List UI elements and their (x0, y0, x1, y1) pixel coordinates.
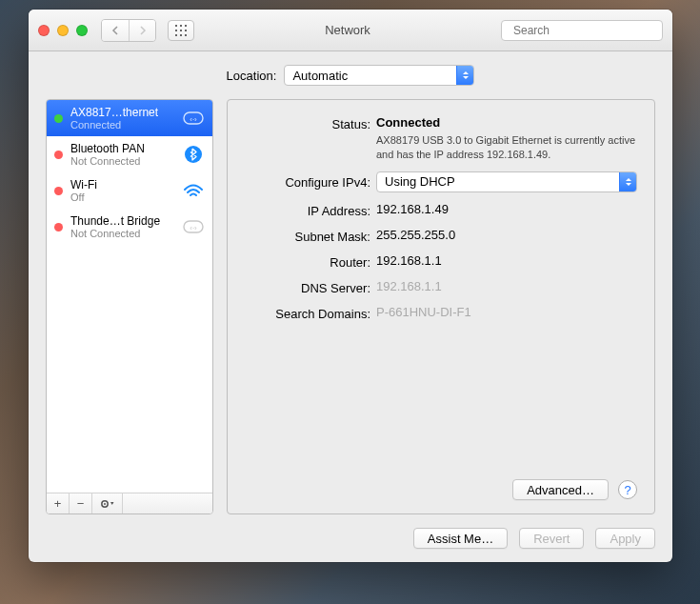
svg-rect-4 (180, 30, 182, 31)
sidebar-footer: + − (47, 493, 212, 513)
service-item-text: Wi-Fi Off (70, 178, 174, 203)
svg-text:‹·›: ‹·› (190, 115, 197, 124)
svg-rect-0 (175, 25, 177, 27)
add-service-button[interactable]: + (47, 493, 70, 513)
zoom-button[interactable] (76, 25, 88, 36)
service-name: Wi-Fi (70, 178, 174, 191)
status-dot-disconnected-icon (54, 187, 63, 195)
minimize-button[interactable] (57, 25, 69, 36)
configure-ipv4-select[interactable]: Using DHCP (376, 171, 637, 192)
svg-rect-1 (180, 25, 182, 27)
service-status: Connected (70, 119, 174, 131)
close-button[interactable] (38, 25, 50, 36)
ip-label: IP Address: (245, 202, 370, 218)
window-title: Network (202, 23, 493, 37)
revert-button[interactable]: Revert (519, 528, 584, 549)
assist-me-button[interactable]: Assist Me… (413, 528, 508, 549)
service-item-ethernet[interactable]: AX8817…thernet Connected ‹·› (47, 100, 212, 136)
status-dot-disconnected-icon (54, 151, 63, 159)
service-item-text: AX8817…thernet Connected (70, 106, 174, 131)
chevron-left-icon (111, 26, 119, 35)
svg-rect-8 (185, 34, 187, 36)
svg-rect-2 (185, 25, 187, 27)
service-item-thunderbolt[interactable]: Thunde…t Bridge Not Connected ‹·› (47, 209, 212, 245)
location-value: Automatic (292, 69, 348, 83)
search-input[interactable] (511, 23, 658, 38)
dns-value: 192.168.1.1 (376, 279, 637, 293)
location-row: Location: Automatic (29, 51, 672, 99)
location-select[interactable]: Automatic (284, 65, 474, 86)
svg-rect-5 (185, 30, 187, 31)
titlebar: Network (29, 10, 672, 51)
service-item-text: Bluetooth PAN Not Connected (70, 142, 174, 167)
configure-label: Configure IPv4: (245, 171, 370, 190)
service-name: Thunde…t Bridge (70, 214, 174, 228)
service-status: Off (70, 191, 174, 203)
configure-ipv4-value: Using DHCP (385, 174, 455, 189)
service-status: Not Connected (70, 155, 174, 167)
plus-icon: + (54, 496, 62, 511)
svg-rect-7 (180, 34, 182, 36)
dns-label: DNS Server: (245, 279, 370, 295)
remove-service-button[interactable]: − (70, 493, 92, 513)
svg-rect-3 (175, 30, 177, 31)
help-button[interactable]: ? (618, 480, 637, 499)
svg-rect-6 (175, 34, 177, 36)
svg-text:‹·›: ‹·› (190, 224, 197, 232)
wifi-icon (182, 181, 205, 200)
searchdomains-label: Search Domains: (245, 305, 370, 321)
ethernet-icon: ‹·› (182, 109, 205, 128)
bluetooth-icon (182, 145, 205, 164)
gear-dropdown-icon (99, 498, 116, 510)
service-sidebar: AX8817…thernet Connected ‹·› Bluetooth P… (46, 99, 213, 514)
searchdomains-value: P-661HNU-DI-F1 (376, 305, 637, 319)
router-label: Router: (245, 253, 370, 270)
show-all-button[interactable] (168, 20, 194, 41)
status-dot-disconnected-icon (54, 223, 63, 232)
minus-icon: − (77, 496, 85, 511)
location-label: Location: (227, 69, 277, 83)
service-name: AX8817…thernet (70, 106, 174, 119)
grid-icon (175, 25, 187, 36)
service-status: Not Connected (70, 228, 174, 239)
status-description: AX88179 USB 3.0 to Gigabit Ethernet is c… (376, 133, 637, 162)
window-controls (38, 25, 88, 36)
detail-panel: Status: Connected AX88179 USB 3.0 to Gig… (227, 99, 655, 514)
apply-button[interactable]: Apply (595, 528, 655, 549)
svg-point-17 (104, 503, 106, 505)
service-item-text: Thunde…t Bridge Not Connected (70, 214, 174, 239)
status-dot-connected-icon (54, 114, 63, 123)
service-item-bluetooth[interactable]: Bluetooth PAN Not Connected (47, 136, 212, 172)
forward-button[interactable] (129, 20, 155, 41)
status-value: Connected (376, 115, 637, 130)
subnet-label: Subnet Mask: (245, 228, 370, 244)
advanced-button[interactable]: Advanced… (512, 479, 609, 500)
search-field[interactable] (501, 20, 663, 41)
service-actions-button[interactable] (92, 493, 123, 513)
service-item-wifi[interactable]: Wi-Fi Off (47, 172, 212, 209)
subnet-value: 255.255.255.0 (376, 228, 637, 242)
service-name: Bluetooth PAN (70, 142, 174, 155)
ip-value: 192.168.1.49 (376, 202, 637, 216)
router-value: 192.168.1.1 (376, 253, 637, 268)
status-label: Status: (245, 115, 370, 131)
back-button[interactable] (102, 20, 129, 41)
window-footer: Assist Me… Revert Apply (29, 528, 672, 562)
ethernet-dim-icon: ‹·› (182, 217, 205, 236)
body: AX8817…thernet Connected ‹·› Bluetooth P… (29, 99, 672, 528)
nav-buttons (101, 19, 156, 42)
select-arrows-icon (619, 172, 636, 191)
select-arrows-icon (456, 66, 473, 85)
service-list: AX8817…thernet Connected ‹·› Bluetooth P… (47, 100, 212, 493)
chevron-right-icon (139, 26, 147, 35)
help-icon: ? (624, 483, 630, 497)
network-preferences-window: Network Location: Automatic AX8817…thern… (29, 10, 672, 562)
